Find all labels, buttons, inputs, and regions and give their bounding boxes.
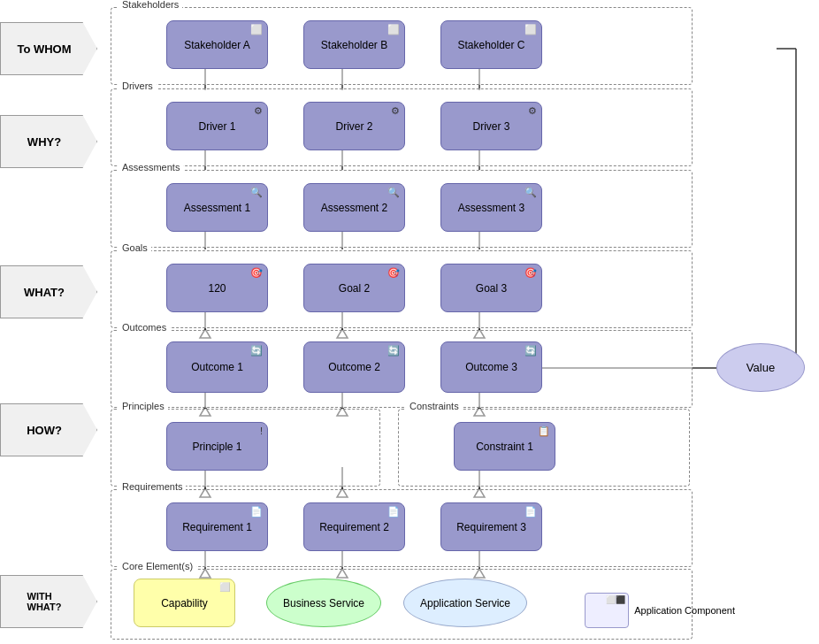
section-label-core-elements: Core Element(s) xyxy=(119,561,196,571)
section-assessments: Assessments Assessment 1 🔍 Assessment 2 … xyxy=(111,170,693,248)
section-drivers: Drivers Driver 1 ⚙ Driver 2 ⚙ Driver 3 ⚙ xyxy=(111,88,693,166)
requirement-3-icon: 📄 xyxy=(524,506,537,518)
box-driver-1[interactable]: Driver 1 ⚙ xyxy=(166,102,268,150)
outcome-2-icon: 🔄 xyxy=(387,345,400,356)
box-goal-2[interactable]: Goal 2 🎯 xyxy=(303,264,405,312)
box-goal-3[interactable]: Goal 3 🎯 xyxy=(440,264,542,312)
stakeholder-b-icon: ⬜ xyxy=(387,24,400,35)
section-stakeholders: Stakeholders Stakeholder A ⬜ Stakeholder… xyxy=(111,7,693,85)
section-label-assessments: Assessments xyxy=(119,162,183,172)
oval-value[interactable]: Value xyxy=(716,343,805,392)
legend-app-component-label: Application Component xyxy=(634,605,735,616)
driver-1-icon: ⚙ xyxy=(254,105,263,117)
box-assessment-1[interactable]: Assessment 1 🔍 xyxy=(166,183,268,232)
box-requirement-1[interactable]: Requirement 1 📄 xyxy=(166,502,268,551)
requirement-1-icon: 📄 xyxy=(250,506,263,518)
section-label-drivers: Drivers xyxy=(119,80,157,91)
box-principle-1[interactable]: Principle 1 ! xyxy=(166,422,268,471)
section-principles: Principles Principle 1 ! xyxy=(111,409,380,487)
section-label-goals: Goals xyxy=(119,242,151,253)
label-with-what: WITHWHAT? xyxy=(0,575,97,628)
section-constraints: Constraints Constraint 1 📋 xyxy=(398,409,690,487)
box-requirement-3[interactable]: Requirement 3 📄 xyxy=(440,502,542,551)
box-outcome-2[interactable]: Outcome 2 🔄 xyxy=(303,341,405,393)
label-why: WHY? xyxy=(0,115,97,168)
requirement-2-icon: 📄 xyxy=(387,506,400,518)
box-driver-3[interactable]: Driver 3 ⚙ xyxy=(440,102,542,150)
outcome-3-icon: 🔄 xyxy=(524,345,537,356)
outcome-1-icon: 🔄 xyxy=(250,345,263,356)
assessment-2-icon: 🔍 xyxy=(387,187,400,198)
constraint-1-icon: 📋 xyxy=(538,426,550,437)
section-goals: Goals 120 🎯 Goal 2 🎯 Goal 3 🎯 xyxy=(111,250,693,328)
section-label-constraints: Constraints xyxy=(406,401,463,411)
section-outcomes: Outcomes Outcome 1 🔄 Outcome 2 🔄 Outcome… xyxy=(111,330,693,408)
oval-business-service[interactable]: Business Service xyxy=(266,579,381,627)
driver-3-icon: ⚙ xyxy=(528,105,537,117)
assessment-3-icon: 🔍 xyxy=(524,187,537,198)
box-assessment-2[interactable]: Assessment 2 🔍 xyxy=(303,183,405,232)
section-label-requirements: Requirements xyxy=(119,481,186,492)
section-label-principles: Principles xyxy=(119,401,168,411)
box-stakeholder-c[interactable]: Stakeholder C ⬜ xyxy=(440,20,542,69)
section-requirements: Requirements Requirement 1 📄 Requirement… xyxy=(111,489,693,567)
section-label-outcomes: Outcomes xyxy=(119,322,170,333)
diagram-container: To WHOM WHY? WHAT? HOW? WITHWHAT? Stakeh… xyxy=(0,0,819,644)
principle-1-icon: ! xyxy=(260,426,263,436)
box-outcome-3[interactable]: Outcome 3 🔄 xyxy=(440,341,542,393)
goal-2-icon: 🎯 xyxy=(387,267,400,279)
label-to-whom: To WHOM xyxy=(0,22,97,75)
box-requirement-2[interactable]: Requirement 2 📄 xyxy=(303,502,405,551)
capability-icon: ⬜ xyxy=(219,582,230,592)
label-how: HOW? xyxy=(0,403,97,456)
box-capability[interactable]: Capability ⬜ xyxy=(134,579,235,627)
box-outcome-1[interactable]: Outcome 1 🔄 xyxy=(166,341,268,393)
section-label-stakeholders: Stakeholders xyxy=(119,0,182,10)
goal-1-icon: 🎯 xyxy=(250,267,263,279)
box-stakeholder-a[interactable]: Stakeholder A ⬜ xyxy=(166,20,268,69)
stakeholder-a-icon: ⬜ xyxy=(250,24,263,35)
legend-app-component-box: ⬜⬛ xyxy=(585,593,629,628)
box-constraint-1[interactable]: Constraint 1 📋 xyxy=(454,422,555,471)
assessment-1-icon: 🔍 xyxy=(250,187,263,198)
label-what: WHAT? xyxy=(0,265,97,318)
box-goal-1[interactable]: 120 🎯 xyxy=(166,264,268,312)
legend-application-component: ⬜⬛ Application Component xyxy=(585,593,735,628)
oval-application-service[interactable]: Application Service xyxy=(403,579,527,627)
driver-2-icon: ⚙ xyxy=(391,105,400,117)
stakeholder-c-icon: ⬜ xyxy=(524,24,537,35)
box-stakeholder-b[interactable]: Stakeholder B ⬜ xyxy=(303,20,405,69)
box-assessment-3[interactable]: Assessment 3 🔍 xyxy=(440,183,542,232)
box-driver-2[interactable]: Driver 2 ⚙ xyxy=(303,102,405,150)
goal-3-icon: 🎯 xyxy=(524,267,537,279)
